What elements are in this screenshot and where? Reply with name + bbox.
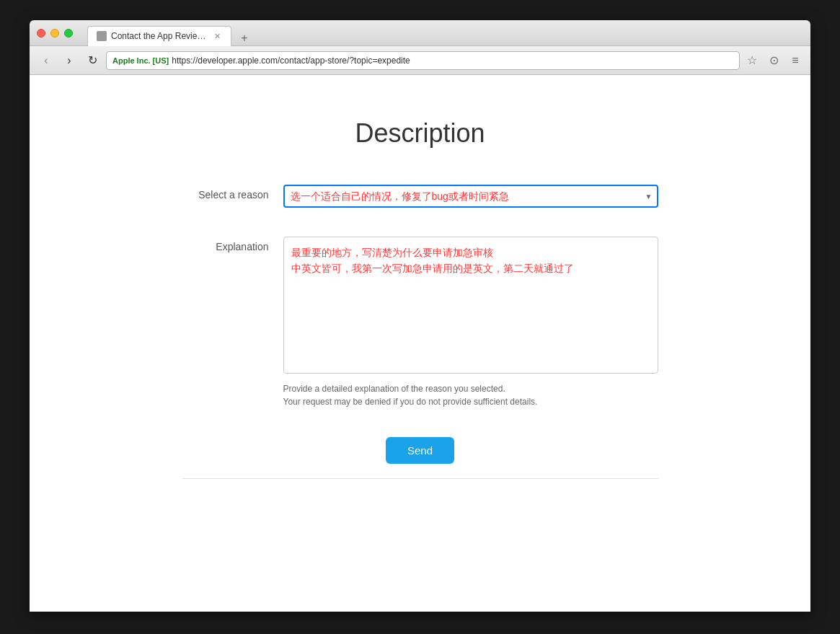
toolbar-icons: ☆ ⊙ ≡	[744, 53, 803, 69]
select-reason-row: Select a reason 选一个适合自己的情况，修复了bug或者时间紧急	[182, 185, 658, 208]
traffic-lights	[37, 29, 73, 38]
explanation-textarea[interactable]	[283, 237, 658, 374]
ssl-badge: Apple Inc. [US]	[112, 56, 169, 65]
url-text: https://developer.apple.com/contact/app-…	[172, 56, 410, 66]
address-bar[interactable]: Apple Inc. [US] https://developer.apple.…	[106, 51, 740, 70]
select-wrapper: 选一个适合自己的情况，修复了bug或者时间紧急	[283, 185, 658, 208]
hint-line2: Your request may be denied if you do not…	[283, 395, 658, 408]
tab-favicon	[97, 31, 107, 41]
bookmark-icon[interactable]: ☆	[744, 53, 760, 69]
title-bar: Contact the App Review Te ✕ +	[30, 20, 810, 46]
select-reason-input[interactable]: 选一个适合自己的情况，修复了bug或者时间紧急	[283, 185, 658, 208]
select-reason-label: Select a reason	[182, 185, 283, 201]
browser-window: Contact the App Review Te ✕ + ‹ › ↻ Appl…	[30, 20, 810, 612]
explanation-field: Provide a detailed explanation of the re…	[283, 237, 658, 408]
page-title: Description	[182, 118, 658, 149]
back-button[interactable]: ‹	[37, 51, 56, 70]
menu-icon[interactable]: ≡	[787, 53, 803, 69]
hint-text: Provide a detailed explanation of the re…	[283, 382, 658, 408]
active-tab[interactable]: Contact the App Review Te ✕	[87, 26, 231, 46]
explanation-row: Explanation Provide a detailed explanati…	[182, 237, 658, 408]
close-button[interactable]	[37, 29, 45, 38]
explanation-label: Explanation	[182, 237, 283, 252]
forward-button[interactable]: ›	[60, 51, 79, 70]
toolbar: ‹ › ↻ Apple Inc. [US] https://developer.…	[30, 46, 810, 75]
send-row: Send	[182, 437, 658, 464]
maximize-button[interactable]	[64, 29, 73, 38]
tab-close-icon[interactable]: ✕	[212, 31, 222, 41]
minimize-button[interactable]	[50, 29, 59, 38]
account-icon[interactable]: ⊙	[766, 53, 782, 69]
form-container: Description Select a reason 选一个适合自己的情况，修…	[168, 89, 673, 522]
reload-button[interactable]: ↻	[83, 51, 102, 70]
hint-line1: Provide a detailed explanation of the re…	[283, 382, 658, 395]
select-reason-field: 选一个适合自己的情况，修复了bug或者时间紧急	[283, 185, 658, 208]
send-button[interactable]: Send	[386, 437, 454, 464]
new-tab-button[interactable]: +	[234, 30, 255, 46]
tab-bar: Contact the App Review Te ✕ +	[87, 20, 255, 46]
divider	[182, 478, 658, 479]
page-content: Description Select a reason 选一个适合自己的情况，修…	[30, 75, 810, 612]
tab-title: Contact the App Review Te	[111, 31, 208, 41]
